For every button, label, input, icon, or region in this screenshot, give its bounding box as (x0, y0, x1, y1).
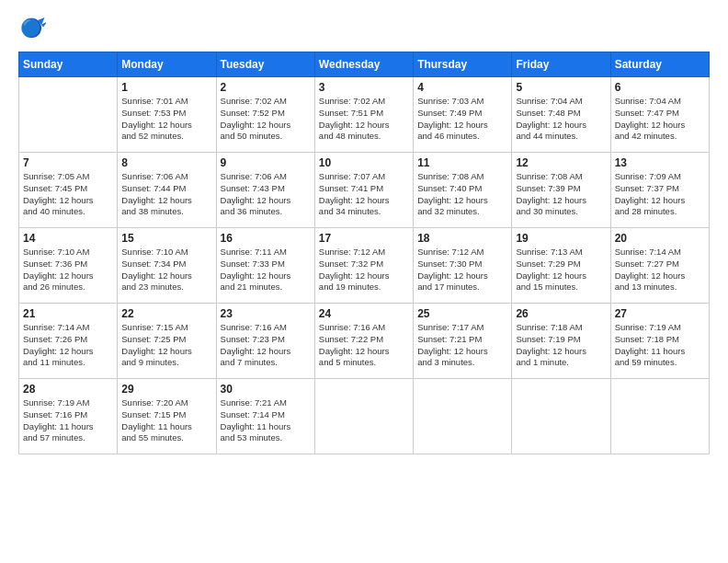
calendar-cell: 29Sunrise: 7:20 AM Sunset: 7:15 PM Dayli… (118, 379, 216, 454)
calendar-week-row: 28Sunrise: 7:19 AM Sunset: 7:16 PM Dayli… (19, 379, 710, 454)
calendar-cell: 24Sunrise: 7:16 AM Sunset: 7:22 PM Dayli… (314, 304, 413, 379)
calendar-cell: 25Sunrise: 7:17 AM Sunset: 7:21 PM Dayli… (414, 304, 512, 379)
weekday-header: Monday (118, 52, 216, 77)
day-number: 26 (516, 307, 606, 320)
day-info: Sunrise: 7:16 AM Sunset: 7:22 PM Dayligh… (319, 322, 409, 369)
day-info: Sunrise: 7:01 AM Sunset: 7:53 PM Dayligh… (121, 96, 211, 143)
day-number: 9 (221, 156, 311, 169)
header: 🔵 (18, 15, 710, 42)
calendar-cell: 22Sunrise: 7:15 AM Sunset: 7:25 PM Dayli… (118, 304, 216, 379)
day-info: Sunrise: 7:04 AM Sunset: 7:47 PM Dayligh… (615, 96, 705, 143)
calendar-cell: 6Sunrise: 7:04 AM Sunset: 7:47 PM Daylig… (610, 77, 709, 153)
calendar-cell: 27Sunrise: 7:19 AM Sunset: 7:18 PM Dayli… (610, 304, 709, 379)
day-number: 27 (615, 307, 705, 320)
day-info: Sunrise: 7:14 AM Sunset: 7:27 PM Dayligh… (615, 247, 705, 293)
day-info: Sunrise: 7:02 AM Sunset: 7:52 PM Dayligh… (221, 96, 311, 143)
day-number: 29 (121, 383, 211, 396)
day-info: Sunrise: 7:19 AM Sunset: 7:18 PM Dayligh… (615, 322, 705, 369)
weekday-header: Sunday (19, 52, 118, 77)
day-number: 16 (221, 232, 311, 245)
calendar-cell: 10Sunrise: 7:07 AM Sunset: 7:41 PM Dayli… (314, 153, 413, 228)
day-number: 20 (615, 232, 705, 245)
day-info: Sunrise: 7:12 AM Sunset: 7:32 PM Dayligh… (319, 247, 409, 293)
weekday-header: Friday (512, 52, 610, 77)
calendar-header-row: SundayMondayTuesdayWednesdayThursdayFrid… (19, 52, 710, 77)
day-number: 13 (615, 156, 705, 169)
calendar-cell: 18Sunrise: 7:12 AM Sunset: 7:30 PM Dayli… (414, 228, 512, 304)
day-info: Sunrise: 7:16 AM Sunset: 7:23 PM Dayligh… (221, 322, 311, 369)
day-number: 1 (121, 81, 211, 94)
day-number: 17 (319, 232, 409, 245)
day-info: Sunrise: 7:12 AM Sunset: 7:30 PM Dayligh… (417, 247, 507, 293)
calendar-week-row: 21Sunrise: 7:14 AM Sunset: 7:26 PM Dayli… (19, 304, 710, 379)
day-info: Sunrise: 7:11 AM Sunset: 7:33 PM Dayligh… (221, 247, 311, 293)
calendar-cell: 3Sunrise: 7:02 AM Sunset: 7:51 PM Daylig… (314, 77, 413, 153)
day-number: 10 (319, 156, 409, 169)
day-info: Sunrise: 7:04 AM Sunset: 7:48 PM Dayligh… (516, 96, 606, 143)
day-info: Sunrise: 7:03 AM Sunset: 7:49 PM Dayligh… (417, 96, 507, 143)
day-number: 22 (121, 307, 211, 320)
calendar-cell (512, 379, 610, 454)
logo: 🔵 (18, 15, 50, 42)
calendar-week-row: 7Sunrise: 7:05 AM Sunset: 7:45 PM Daylig… (19, 153, 710, 228)
day-number: 19 (516, 232, 606, 245)
logo-icon: 🔵 (18, 15, 46, 42)
day-info: Sunrise: 7:19 AM Sunset: 7:16 PM Dayligh… (23, 397, 113, 444)
calendar-cell: 15Sunrise: 7:10 AM Sunset: 7:34 PM Dayli… (118, 228, 216, 304)
day-info: Sunrise: 7:07 AM Sunset: 7:41 PM Dayligh… (319, 171, 409, 218)
day-number: 11 (417, 156, 507, 169)
calendar-cell: 23Sunrise: 7:16 AM Sunset: 7:23 PM Dayli… (216, 304, 314, 379)
weekday-header: Thursday (414, 52, 512, 77)
weekday-header: Tuesday (216, 52, 314, 77)
day-number: 7 (23, 156, 113, 169)
calendar-cell: 21Sunrise: 7:14 AM Sunset: 7:26 PM Dayli… (19, 304, 118, 379)
calendar-cell: 8Sunrise: 7:06 AM Sunset: 7:44 PM Daylig… (118, 153, 216, 228)
calendar-cell: 9Sunrise: 7:06 AM Sunset: 7:43 PM Daylig… (216, 153, 314, 228)
calendar-cell: 30Sunrise: 7:21 AM Sunset: 7:14 PM Dayli… (216, 379, 314, 454)
calendar-cell: 14Sunrise: 7:10 AM Sunset: 7:36 PM Dayli… (19, 228, 118, 304)
calendar-cell (610, 379, 709, 454)
day-number: 18 (417, 232, 507, 245)
day-number: 28 (23, 383, 113, 396)
day-number: 15 (121, 232, 211, 245)
day-info: Sunrise: 7:08 AM Sunset: 7:40 PM Dayligh… (417, 171, 507, 218)
day-info: Sunrise: 7:18 AM Sunset: 7:19 PM Dayligh… (516, 322, 606, 369)
day-info: Sunrise: 7:10 AM Sunset: 7:36 PM Dayligh… (23, 247, 113, 293)
calendar-cell: 1Sunrise: 7:01 AM Sunset: 7:53 PM Daylig… (118, 77, 216, 153)
day-number: 25 (417, 307, 507, 320)
day-info: Sunrise: 7:08 AM Sunset: 7:39 PM Dayligh… (516, 171, 606, 218)
day-number: 3 (319, 81, 409, 94)
day-info: Sunrise: 7:06 AM Sunset: 7:44 PM Dayligh… (121, 171, 211, 218)
day-info: Sunrise: 7:20 AM Sunset: 7:15 PM Dayligh… (121, 397, 211, 444)
calendar-cell (414, 379, 512, 454)
weekday-header: Saturday (610, 52, 709, 77)
day-info: Sunrise: 7:14 AM Sunset: 7:26 PM Dayligh… (23, 322, 113, 369)
calendar-cell (314, 379, 413, 454)
day-number: 14 (23, 232, 113, 245)
day-info: Sunrise: 7:02 AM Sunset: 7:51 PM Dayligh… (319, 96, 409, 143)
day-number: 24 (319, 307, 409, 320)
day-info: Sunrise: 7:06 AM Sunset: 7:43 PM Dayligh… (221, 171, 311, 218)
day-info: Sunrise: 7:15 AM Sunset: 7:25 PM Dayligh… (121, 322, 211, 369)
calendar-cell (19, 77, 118, 153)
calendar-week-row: 1Sunrise: 7:01 AM Sunset: 7:53 PM Daylig… (19, 77, 710, 153)
calendar-cell: 4Sunrise: 7:03 AM Sunset: 7:49 PM Daylig… (414, 77, 512, 153)
calendar-cell: 19Sunrise: 7:13 AM Sunset: 7:29 PM Dayli… (512, 228, 610, 304)
day-number: 2 (221, 81, 311, 94)
day-number: 21 (23, 307, 113, 320)
page: 🔵 SundayMondayTuesdayWednesdayThursdayFr… (0, 0, 728, 563)
day-info: Sunrise: 7:13 AM Sunset: 7:29 PM Dayligh… (516, 247, 606, 293)
calendar-table: SundayMondayTuesdayWednesdayThursdayFrid… (18, 52, 710, 454)
day-info: Sunrise: 7:09 AM Sunset: 7:37 PM Dayligh… (615, 171, 705, 218)
calendar-cell: 13Sunrise: 7:09 AM Sunset: 7:37 PM Dayli… (610, 153, 709, 228)
calendar-cell: 26Sunrise: 7:18 AM Sunset: 7:19 PM Dayli… (512, 304, 610, 379)
day-info: Sunrise: 7:21 AM Sunset: 7:14 PM Dayligh… (221, 397, 311, 444)
calendar-cell: 12Sunrise: 7:08 AM Sunset: 7:39 PM Dayli… (512, 153, 610, 228)
day-number: 8 (121, 156, 211, 169)
day-number: 23 (221, 307, 311, 320)
day-info: Sunrise: 7:05 AM Sunset: 7:45 PM Dayligh… (23, 171, 113, 218)
weekday-header: Wednesday (314, 52, 413, 77)
day-number: 4 (417, 81, 507, 94)
calendar-cell: 20Sunrise: 7:14 AM Sunset: 7:27 PM Dayli… (610, 228, 709, 304)
calendar-cell: 11Sunrise: 7:08 AM Sunset: 7:40 PM Dayli… (414, 153, 512, 228)
